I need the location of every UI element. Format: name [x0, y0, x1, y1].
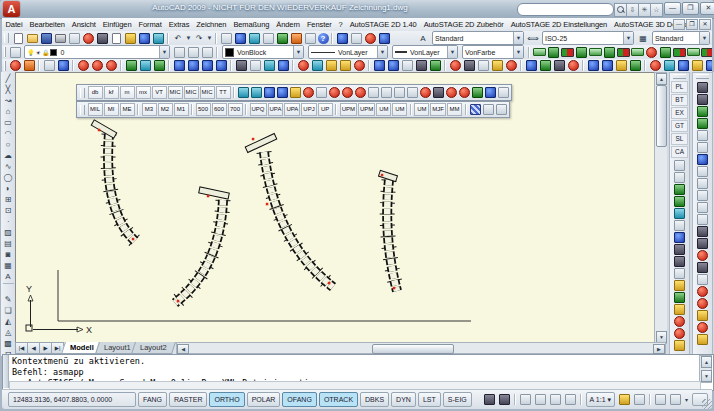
toggle-ortho[interactable]: ORTHO — [209, 392, 244, 407]
tool-icon[interactable] — [57, 60, 70, 72]
revcloud-icon[interactable]: ☁ — [3, 151, 14, 161]
circle-icon[interactable]: ○ — [3, 140, 14, 150]
speaker-button-m3-3[interactable]: M3 — [142, 103, 157, 116]
favorites-icon[interactable]: ☆ — [650, 3, 663, 17]
tool-icon[interactable] — [673, 267, 686, 279]
tool-icon[interactable] — [23, 60, 36, 72]
open-icon[interactable] — [26, 32, 39, 44]
scroll-up-icon[interactable]: ▲ — [656, 73, 667, 85]
tool-icon[interactable] — [696, 297, 709, 309]
menu-item-bearbeiten[interactable]: Bearbeiten — [26, 20, 68, 29]
move-icon[interactable] — [394, 87, 406, 99]
tool-icon[interactable] — [91, 60, 104, 72]
slope-icon[interactable] — [238, 87, 250, 99]
stage-icon[interactable] — [575, 46, 588, 58]
menu-item-autostage-2d-zubeh-r[interactable]: AutoSTAGE 2D Zubehör — [420, 20, 507, 29]
toolbar-lock-icon[interactable] — [669, 394, 683, 406]
tool-icon[interactable] — [696, 129, 709, 141]
flybar[interactable] — [199, 187, 230, 199]
tool-icon[interactable] — [696, 81, 709, 93]
export-icon[interactable] — [303, 87, 315, 99]
tool-icon[interactable] — [263, 60, 276, 72]
side-button-pl[interactable]: PL — [671, 81, 688, 93]
stage-icon[interactable] — [603, 46, 616, 58]
tool-icon[interactable] — [673, 195, 686, 207]
speaker-button-mi-1[interactable]: MI — [104, 103, 119, 116]
tool-icon[interactable] — [249, 60, 262, 72]
speaker-button-um-17[interactable]: UM — [392, 103, 407, 116]
layer-previous-icon[interactable] — [187, 46, 200, 58]
speaker-button-600-7[interactable]: 600 — [212, 103, 227, 116]
tool-icon[interactable] — [491, 60, 504, 72]
eq-icon[interactable] — [329, 87, 341, 99]
tool-icon[interactable] — [105, 60, 118, 72]
tool-icon[interactable] — [696, 249, 709, 261]
speaker-button-upj-12[interactable]: UPJ — [301, 103, 316, 116]
annotation-visibility-icon[interactable] — [618, 394, 632, 406]
tool-icon[interactable] — [125, 60, 138, 72]
table-style-icon[interactable]: ▦ — [637, 32, 650, 44]
tool-icon[interactable] — [187, 60, 200, 72]
save-icon[interactable] — [40, 32, 53, 44]
coordinate-display[interactable]: 12483.3136, 6407.8803, 0.0000 — [8, 392, 136, 407]
table-icon[interactable] — [498, 87, 510, 99]
align-icon[interactable] — [446, 87, 458, 99]
speaker-button-um-18[interactable]: UM — [414, 103, 429, 116]
mic-button-mic[interactable]: MIC — [200, 86, 215, 99]
venue-outline[interactable] — [58, 270, 471, 321]
pan-icon[interactable] — [220, 32, 233, 44]
menu-item-format[interactable]: Format — [135, 20, 165, 29]
doc-minimize-button[interactable]: — — [673, 19, 685, 30]
tool-icon[interactable] — [297, 60, 310, 72]
tool-icon[interactable] — [673, 327, 686, 339]
tool-icon[interactable] — [696, 309, 709, 321]
plot-style-combo[interactable]: VonFarbe ▼ — [462, 45, 524, 59]
tool-icon[interactable] — [673, 183, 686, 195]
xline-icon[interactable]: ╳ — [3, 85, 14, 95]
grid-icon[interactable] — [687, 46, 700, 58]
chevron-down-icon[interactable]: ▼ — [185, 32, 192, 44]
erase-icon[interactable]: ✎ — [3, 295, 14, 305]
tool-icon[interactable] — [696, 201, 709, 213]
tool-icon[interactable] — [673, 255, 686, 267]
menu-item-autostage-2d-einstellungen[interactable]: AutoSTAGE 2D Einstellungen — [507, 20, 610, 29]
chevron-down-icon[interactable]: ▼ — [699, 32, 709, 44]
menu-item-ansicht[interactable]: Ansicht — [68, 20, 99, 29]
rotate-icon[interactable] — [482, 104, 494, 116]
eq-icon[interactable] — [355, 87, 367, 99]
menu-item-bema-ung[interactable]: Bemaßung — [230, 20, 273, 29]
table-icon[interactable]: ▦ — [3, 261, 14, 271]
blockeditor-icon[interactable] — [152, 32, 165, 44]
mic-button-mic[interactable]: MIC — [184, 86, 199, 99]
zoom-previous-icon[interactable] — [262, 32, 275, 44]
line-array-3[interactable] — [264, 152, 333, 287]
speaker-button-upa-11[interactable]: UPA — [284, 103, 300, 116]
menu-item-einf-gen[interactable]: Einfügen — [99, 20, 135, 29]
place-icon[interactable] — [420, 87, 432, 99]
viewport-icon[interactable] — [364, 32, 377, 44]
pan-icon[interactable] — [518, 394, 532, 406]
insert-block-icon[interactable]: ⊞ — [3, 195, 14, 205]
doc-restore-button[interactable]: ❐ — [686, 19, 698, 30]
tool-icon[interactable] — [696, 105, 709, 117]
toolbar-grip[interactable] — [80, 88, 85, 98]
arc-icon[interactable]: ◠ — [3, 129, 14, 139]
move-icon[interactable] — [381, 87, 393, 99]
tool-icon[interactable] — [673, 315, 686, 327]
close-button[interactable]: ✕ — [700, 2, 714, 15]
tool-icon[interactable] — [587, 60, 600, 72]
chevron-down-icon[interactable]: ▼ — [447, 46, 457, 58]
tool-icon[interactable] — [696, 261, 709, 273]
menu-item-extras[interactable]: Extras — [165, 20, 193, 29]
lineweight-combo[interactable]: VonLayer ▼ — [392, 45, 458, 59]
gradient-icon[interactable]: ▤ — [3, 239, 14, 249]
scrollbar-thumb[interactable] — [656, 85, 667, 147]
chevron-down-icon[interactable]: ▼ — [513, 32, 523, 44]
tool-icon[interactable] — [277, 60, 290, 72]
plot-preview-icon[interactable] — [68, 32, 81, 44]
tool-icon[interactable] — [673, 159, 686, 171]
tool-icon[interactable] — [696, 321, 709, 333]
slope-icon[interactable] — [251, 87, 263, 99]
sheet-icon[interactable] — [378, 32, 391, 44]
tool-icon[interactable] — [696, 93, 709, 105]
